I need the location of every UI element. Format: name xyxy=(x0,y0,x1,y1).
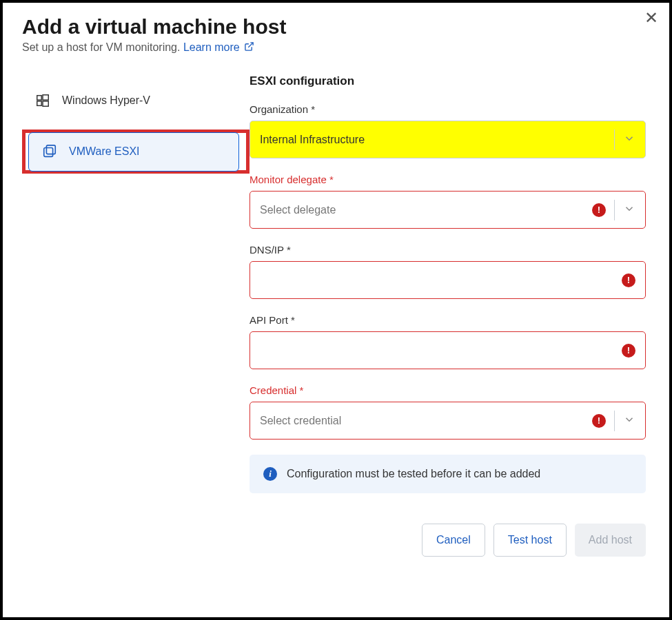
test-host-label: Test host xyxy=(508,534,552,546)
select-divider xyxy=(614,200,615,220)
svg-rect-1 xyxy=(37,96,41,100)
close-button[interactable]: ✕ xyxy=(644,10,658,26)
modal-body: Windows Hyper-V VMWare ESXI ESXI configu… xyxy=(22,74,650,557)
learn-more-text: Learn more xyxy=(183,41,240,53)
svg-rect-5 xyxy=(44,148,53,157)
info-banner: i Configuration must be tested before it… xyxy=(250,455,646,493)
organization-value: Internal Infrastructure xyxy=(260,134,606,146)
add-host-button: Add host xyxy=(575,524,646,557)
error-icon: ! xyxy=(592,414,606,428)
info-icon: i xyxy=(263,467,277,481)
api-port-input-wrap: ! xyxy=(250,331,646,369)
modal-subtitle: Set up a host for VM monitoring. Learn m… xyxy=(22,41,650,54)
select-divider xyxy=(614,130,615,150)
organization-field: Organization * Internal Infrastructure xyxy=(250,103,646,158)
credential-select[interactable]: Select credential ! xyxy=(250,402,646,440)
error-icon: ! xyxy=(622,273,635,287)
credential-field: Credential * Select credential ! xyxy=(250,384,646,440)
api-port-field: API Port * ! xyxy=(250,314,646,369)
organization-select[interactable]: Internal Infrastructure xyxy=(250,121,646,158)
chevron-down-icon xyxy=(623,132,635,147)
close-icon: ✕ xyxy=(644,8,658,27)
section-title: ESXI configuration xyxy=(250,74,646,88)
dns-ip-label: DNS/IP * xyxy=(250,244,646,256)
svg-rect-3 xyxy=(37,101,41,105)
monitor-delegate-placeholder: Select delegate xyxy=(260,204,592,216)
svg-line-0 xyxy=(248,43,253,48)
credential-label: Credential * xyxy=(250,384,646,396)
external-link-icon xyxy=(244,41,254,52)
modal-title: Add a virtual machine host xyxy=(22,15,650,39)
chevron-down-icon xyxy=(623,203,635,218)
sidebar-item-vmware-highlighted: VMWare ESXI xyxy=(22,130,250,174)
sidebar-item-label: VMWare ESXI xyxy=(69,145,140,158)
test-host-button[interactable]: Test host xyxy=(493,524,567,557)
error-icon: ! xyxy=(622,344,635,358)
info-text: Configuration must be tested before it c… xyxy=(287,468,540,480)
windows-icon xyxy=(34,92,51,109)
add-host-label: Add host xyxy=(589,534,632,546)
cancel-label: Cancel xyxy=(436,534,471,546)
dns-ip-input-wrap: ! xyxy=(250,261,646,299)
add-vm-host-modal: ✕ Add a virtual machine host Set up a ho… xyxy=(0,0,672,620)
api-port-input[interactable] xyxy=(260,332,622,369)
error-icon: ! xyxy=(592,203,606,217)
dns-ip-field: DNS/IP * ! xyxy=(250,244,646,299)
credential-placeholder: Select credential xyxy=(260,415,592,427)
svg-rect-4 xyxy=(43,101,48,106)
sidebar-item-label: Windows Hyper-V xyxy=(62,94,150,107)
monitor-delegate-select[interactable]: Select delegate ! xyxy=(250,191,646,229)
sidebar-item-hyperv[interactable]: Windows Hyper-V xyxy=(22,79,250,123)
select-divider xyxy=(614,411,615,431)
svg-rect-2 xyxy=(43,95,48,100)
sidebar-item-vmware[interactable]: VMWare ESXI xyxy=(28,132,239,172)
esxi-config-form: ESXI configuration Organization * Intern… xyxy=(250,74,650,557)
api-port-label: API Port * xyxy=(250,314,646,326)
cancel-button[interactable]: Cancel xyxy=(422,524,485,557)
subtitle-text: Set up a host for VM monitoring. xyxy=(22,41,183,53)
learn-more-link[interactable]: Learn more xyxy=(183,41,254,53)
modal-footer: Cancel Test host Add host xyxy=(250,524,646,557)
monitor-delegate-field: Monitor delegate * Select delegate ! xyxy=(250,174,646,229)
organization-label: Organization * xyxy=(250,103,646,115)
chevron-down-icon xyxy=(623,413,635,428)
svg-rect-6 xyxy=(46,145,55,154)
host-type-sidebar: Windows Hyper-V VMWare ESXI xyxy=(22,74,250,557)
vmware-icon xyxy=(41,143,58,160)
monitor-delegate-label: Monitor delegate * xyxy=(250,174,646,185)
dns-ip-input[interactable] xyxy=(260,262,622,298)
